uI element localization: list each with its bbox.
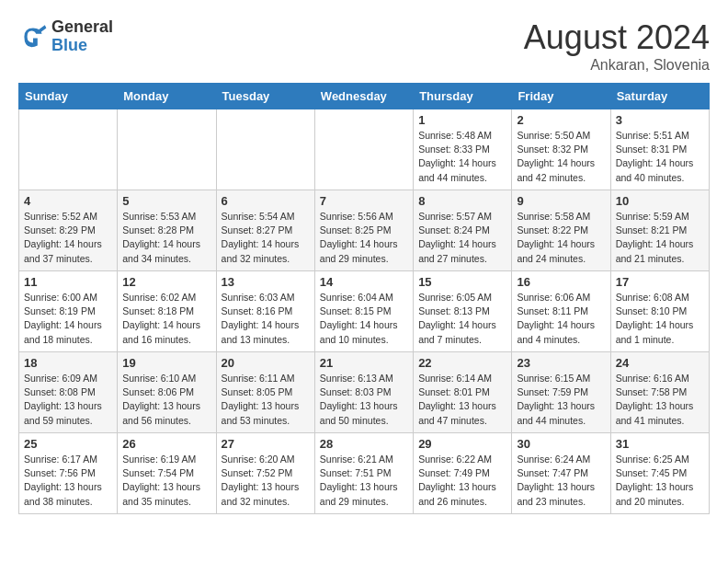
day-info: Sunrise: 6:20 AM Sunset: 7:52 PM Dayligh… (222, 453, 310, 509)
calendar-cell: 29Sunrise: 6:22 AM Sunset: 7:49 PM Dayli… (414, 433, 512, 514)
calendar-cell: 22Sunrise: 6:14 AM Sunset: 8:01 PM Dayli… (414, 352, 512, 433)
day-header-tuesday: Tuesday (216, 84, 314, 109)
day-info: Sunrise: 6:21 AM Sunset: 7:51 PM Dayligh… (320, 453, 408, 509)
logo-icon (18, 22, 48, 52)
calendar-cell: 15Sunrise: 6:05 AM Sunset: 8:13 PM Dayli… (414, 271, 512, 352)
day-number: 4 (24, 194, 112, 208)
day-header-monday: Monday (118, 84, 216, 109)
day-info: Sunrise: 6:15 AM Sunset: 7:59 PM Dayligh… (517, 372, 605, 428)
day-info: Sunrise: 5:59 AM Sunset: 8:21 PM Dayligh… (616, 210, 704, 266)
day-info: Sunrise: 5:50 AM Sunset: 8:32 PM Dayligh… (517, 129, 605, 185)
day-info: Sunrise: 5:53 AM Sunset: 8:28 PM Dayligh… (122, 210, 210, 266)
day-info: Sunrise: 5:54 AM Sunset: 8:27 PM Dayligh… (222, 210, 310, 266)
day-number: 29 (418, 437, 506, 451)
day-number: 19 (122, 356, 210, 370)
logo-blue-text: Blue (51, 37, 113, 55)
day-info: Sunrise: 6:00 AM Sunset: 8:19 PM Dayligh… (24, 291, 112, 347)
day-number: 20 (222, 356, 310, 370)
calendar-week-row: 4Sunrise: 5:52 AM Sunset: 8:29 PM Daylig… (19, 190, 710, 271)
calendar-cell (216, 109, 314, 190)
day-header-wednesday: Wednesday (314, 84, 413, 109)
calendar-cell: 12Sunrise: 6:02 AM Sunset: 8:18 PM Dayli… (118, 271, 216, 352)
calendar-cell: 30Sunrise: 6:24 AM Sunset: 7:47 PM Dayli… (512, 433, 610, 514)
day-number: 23 (517, 356, 605, 370)
day-number: 16 (517, 275, 605, 289)
day-info: Sunrise: 6:16 AM Sunset: 7:58 PM Dayligh… (616, 372, 704, 428)
calendar-cell: 6Sunrise: 5:54 AM Sunset: 8:27 PM Daylig… (216, 190, 314, 271)
calendar-week-row: 11Sunrise: 6:00 AM Sunset: 8:19 PM Dayli… (19, 271, 710, 352)
day-info: Sunrise: 5:56 AM Sunset: 8:25 PM Dayligh… (320, 210, 408, 266)
calendar-cell: 23Sunrise: 6:15 AM Sunset: 7:59 PM Dayli… (512, 352, 610, 433)
calendar-cell: 31Sunrise: 6:25 AM Sunset: 7:45 PM Dayli… (610, 433, 709, 514)
calendar-cell: 25Sunrise: 6:17 AM Sunset: 7:56 PM Dayli… (19, 433, 118, 514)
day-number: 8 (418, 194, 506, 208)
calendar-cell: 2Sunrise: 5:50 AM Sunset: 8:32 PM Daylig… (512, 109, 610, 190)
day-info: Sunrise: 5:52 AM Sunset: 8:29 PM Dayligh… (24, 210, 112, 266)
logo-general-text: General (51, 18, 113, 37)
calendar-cell: 21Sunrise: 6:13 AM Sunset: 8:03 PM Dayli… (314, 352, 413, 433)
day-number: 21 (320, 356, 408, 370)
calendar-cell (314, 109, 413, 190)
location-subtitle: Ankaran, Slovenia (524, 57, 710, 74)
month-title: August 2024 (524, 18, 710, 57)
calendar-cell: 1Sunrise: 5:48 AM Sunset: 8:33 PM Daylig… (414, 109, 512, 190)
day-number: 18 (24, 356, 112, 370)
calendar-cell: 24Sunrise: 6:16 AM Sunset: 7:58 PM Dayli… (610, 352, 709, 433)
day-info: Sunrise: 5:58 AM Sunset: 8:22 PM Dayligh… (517, 210, 605, 266)
day-header-thursday: Thursday (414, 84, 512, 109)
day-info: Sunrise: 6:10 AM Sunset: 8:06 PM Dayligh… (122, 372, 210, 428)
day-number: 11 (24, 275, 112, 289)
day-info: Sunrise: 6:05 AM Sunset: 8:13 PM Dayligh… (418, 291, 506, 347)
day-info: Sunrise: 6:25 AM Sunset: 7:45 PM Dayligh… (616, 453, 704, 509)
calendar-header-row: SundayMondayTuesdayWednesdayThursdayFrid… (19, 84, 710, 109)
day-number: 10 (616, 194, 704, 208)
calendar-cell: 19Sunrise: 6:10 AM Sunset: 8:06 PM Dayli… (118, 352, 216, 433)
day-info: Sunrise: 6:11 AM Sunset: 8:05 PM Dayligh… (222, 372, 310, 428)
title-block: August 2024 Ankaran, Slovenia (524, 18, 710, 74)
calendar-cell: 3Sunrise: 5:51 AM Sunset: 8:31 PM Daylig… (610, 109, 709, 190)
calendar-week-row: 1Sunrise: 5:48 AM Sunset: 8:33 PM Daylig… (19, 109, 710, 190)
day-number: 2 (517, 113, 605, 127)
day-number: 27 (222, 437, 310, 451)
day-number: 3 (616, 113, 704, 127)
calendar-cell: 9Sunrise: 5:58 AM Sunset: 8:22 PM Daylig… (512, 190, 610, 271)
calendar-cell (19, 109, 118, 190)
calendar-cell: 13Sunrise: 6:03 AM Sunset: 8:16 PM Dayli… (216, 271, 314, 352)
calendar-cell: 28Sunrise: 6:21 AM Sunset: 7:51 PM Dayli… (314, 433, 413, 514)
day-info: Sunrise: 5:48 AM Sunset: 8:33 PM Dayligh… (418, 129, 506, 185)
day-header-saturday: Saturday (610, 84, 709, 109)
day-header-friday: Friday (512, 84, 610, 109)
logo: General Blue (18, 18, 113, 55)
day-info: Sunrise: 6:09 AM Sunset: 8:08 PM Dayligh… (24, 372, 112, 428)
calendar-cell: 17Sunrise: 6:08 AM Sunset: 8:10 PM Dayli… (610, 271, 709, 352)
calendar-cell (118, 109, 216, 190)
calendar-cell: 16Sunrise: 6:06 AM Sunset: 8:11 PM Dayli… (512, 271, 610, 352)
day-number: 28 (320, 437, 408, 451)
calendar-cell: 26Sunrise: 6:19 AM Sunset: 7:54 PM Dayli… (118, 433, 216, 514)
day-number: 31 (616, 437, 704, 451)
day-info: Sunrise: 5:57 AM Sunset: 8:24 PM Dayligh… (418, 210, 506, 266)
day-number: 24 (616, 356, 704, 370)
day-number: 30 (517, 437, 605, 451)
page-header: General Blue August 2024 Ankaran, Sloven… (18, 18, 710, 74)
day-info: Sunrise: 6:04 AM Sunset: 8:15 PM Dayligh… (320, 291, 408, 347)
day-header-sunday: Sunday (19, 84, 118, 109)
day-number: 22 (418, 356, 506, 370)
day-info: Sunrise: 6:02 AM Sunset: 8:18 PM Dayligh… (122, 291, 210, 347)
calendar-week-row: 25Sunrise: 6:17 AM Sunset: 7:56 PM Dayli… (19, 433, 710, 514)
day-info: Sunrise: 6:17 AM Sunset: 7:56 PM Dayligh… (24, 453, 112, 509)
day-number: 26 (122, 437, 210, 451)
day-info: Sunrise: 5:51 AM Sunset: 8:31 PM Dayligh… (616, 129, 704, 185)
calendar-cell: 14Sunrise: 6:04 AM Sunset: 8:15 PM Dayli… (314, 271, 413, 352)
calendar-cell: 8Sunrise: 5:57 AM Sunset: 8:24 PM Daylig… (414, 190, 512, 271)
calendar-cell: 20Sunrise: 6:11 AM Sunset: 8:05 PM Dayli… (216, 352, 314, 433)
calendar-cell: 7Sunrise: 5:56 AM Sunset: 8:25 PM Daylig… (314, 190, 413, 271)
day-info: Sunrise: 6:06 AM Sunset: 8:11 PM Dayligh… (517, 291, 605, 347)
day-info: Sunrise: 6:22 AM Sunset: 7:49 PM Dayligh… (418, 453, 506, 509)
calendar-cell: 11Sunrise: 6:00 AM Sunset: 8:19 PM Dayli… (19, 271, 118, 352)
day-number: 7 (320, 194, 408, 208)
day-info: Sunrise: 6:14 AM Sunset: 8:01 PM Dayligh… (418, 372, 506, 428)
calendar-cell: 4Sunrise: 5:52 AM Sunset: 8:29 PM Daylig… (19, 190, 118, 271)
day-info: Sunrise: 6:19 AM Sunset: 7:54 PM Dayligh… (122, 453, 210, 509)
day-number: 5 (122, 194, 210, 208)
